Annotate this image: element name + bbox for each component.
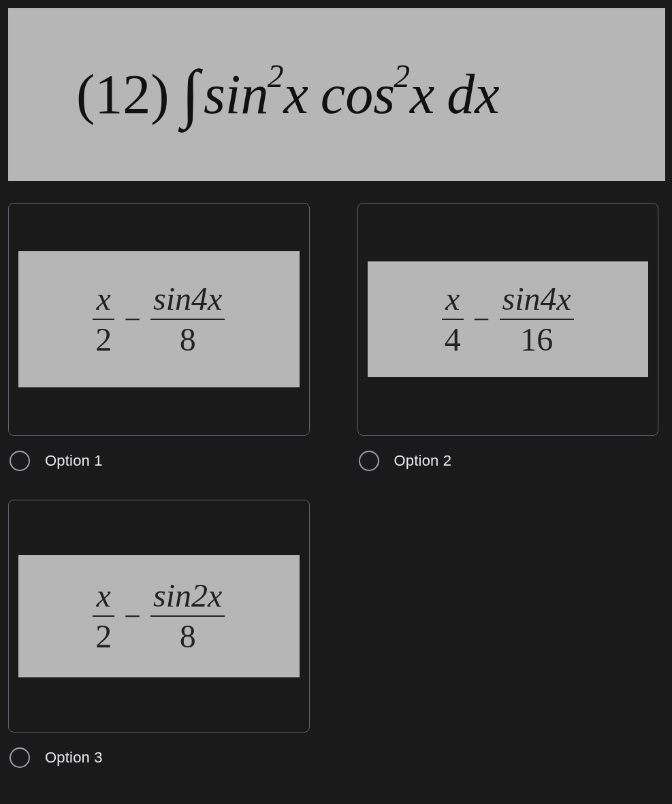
option-2-card[interactable]: x 4 − sin4x 16 — [357, 203, 659, 436]
option-1-formula: x 2 − sin4x 8 — [93, 282, 225, 357]
fraction: sin4x 8 — [150, 282, 225, 357]
denominator: 16 — [517, 323, 556, 357]
denominator: 8 — [177, 620, 199, 654]
option-3-column: x 2 − sin2x 8 Option 3 — [8, 500, 310, 768]
question-formula: (12) ∫ sin2x cos2x dx — [76, 62, 500, 127]
numerator: sin2x — [150, 579, 225, 613]
paren-open: ( — [76, 67, 95, 123]
options-grid: x 2 − sin4x 8 Option 1 — [0, 203, 672, 768]
denominator: 4 — [442, 323, 464, 357]
exponent-2a: 2 — [268, 61, 284, 93]
fraction: sin2x 8 — [150, 579, 225, 654]
option-2-image: x 4 − sin4x 16 — [368, 261, 649, 377]
empty-cell — [357, 500, 659, 768]
option-3-image: x 2 − sin2x 8 — [18, 555, 300, 677]
option-1-card[interactable]: x 2 − sin4x 8 — [8, 203, 310, 436]
numerator: sin4x — [150, 282, 225, 316]
fraction-bar — [150, 615, 225, 617]
integral-symbol: ∫ — [182, 61, 199, 126]
fraction-bar — [442, 319, 464, 320]
option-2-column: x 4 − sin4x 16 Option 2 — [357, 203, 659, 471]
option-3-formula: x 2 − sin2x 8 — [93, 579, 225, 654]
fraction: x 2 — [93, 579, 114, 654]
sin: sin — [204, 67, 269, 123]
denominator: 8 — [177, 323, 199, 357]
option-3-radio[interactable]: Option 3 — [8, 747, 310, 768]
option-1-label: Option 1 — [45, 452, 103, 470]
radio-icon — [359, 451, 379, 471]
exponent-2b: 2 — [394, 61, 410, 93]
x1: x — [283, 67, 308, 123]
question-image: (12) ∫ sin2x cos2x dx — [8, 8, 665, 181]
cos: cos — [321, 67, 395, 123]
radio-icon — [10, 747, 30, 768]
fraction: x 4 — [442, 282, 464, 357]
option-2-label: Option 2 — [394, 452, 452, 470]
option-2-formula: x 4 − sin4x 16 — [442, 282, 574, 357]
numerator: x — [94, 282, 114, 316]
minus-sign: − — [124, 599, 141, 634]
fraction-bar — [93, 615, 114, 617]
dx: dx — [447, 67, 499, 123]
option-1-column: x 2 − sin4x 8 Option 1 — [8, 203, 310, 471]
radio-icon — [10, 451, 30, 471]
option-3-card[interactable]: x 2 − sin2x 8 — [8, 500, 310, 733]
fraction-bar — [500, 319, 574, 320]
paren-close: ) — [150, 67, 169, 123]
x2: x — [410, 67, 434, 123]
option-2-radio[interactable]: Option 2 — [357, 451, 659, 471]
fraction-bar — [150, 319, 225, 320]
option-1-radio[interactable]: Option 1 — [8, 451, 310, 471]
denominator: 2 — [93, 323, 114, 357]
option-3-label: Option 3 — [45, 749, 103, 767]
option-1-image: x 2 − sin4x 8 — [18, 251, 300, 387]
denominator: 2 — [93, 620, 114, 654]
minus-sign: − — [473, 302, 490, 337]
fraction: sin4x 16 — [500, 282, 574, 357]
numerator: x — [94, 579, 114, 613]
fraction-bar — [93, 319, 114, 320]
numerator: sin4x — [500, 282, 574, 316]
minus-sign: − — [124, 302, 141, 337]
fraction: x 2 — [93, 282, 114, 357]
question-number: 12 — [95, 67, 150, 123]
numerator: x — [443, 282, 462, 316]
